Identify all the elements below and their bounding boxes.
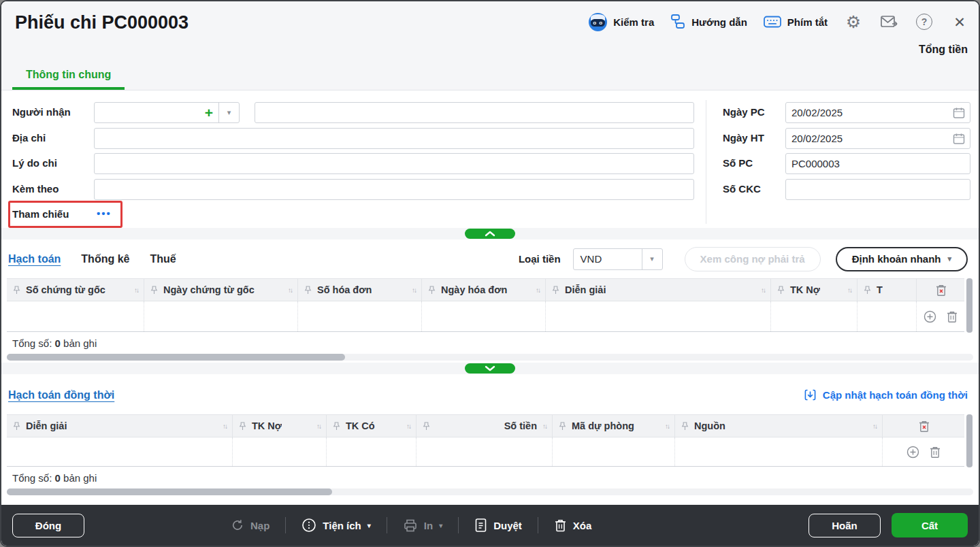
close-button[interactable]: Đóng: [12, 514, 84, 537]
date-pc-input[interactable]: [785, 102, 970, 123]
delete-row-icon[interactable]: [946, 310, 958, 323]
attachment-input[interactable]: [94, 179, 694, 200]
horizontal-scrollbar-track[interactable]: [7, 354, 973, 361]
add-row-icon[interactable]: [924, 310, 936, 323]
check-button[interactable]: Kiểm tra: [589, 13, 654, 31]
col-nguon[interactable]: Nguồn ↑↓: [675, 415, 883, 437]
check-label: Kiểm tra: [613, 16, 654, 28]
guide-button[interactable]: Hướng dẫn: [670, 14, 747, 30]
col-so-hoa-don[interactable]: Số hóa đơn ↑↓: [298, 279, 422, 301]
collapse-strip-bottom: [1, 363, 979, 374]
send-email-icon[interactable]: [879, 12, 898, 31]
col-ma-du-phong[interactable]: Mã dự phòng ↑↓: [553, 415, 675, 437]
col-clipped[interactable]: T: [858, 279, 917, 301]
no-ckc-label: Số CKC: [723, 183, 761, 195]
approve-button[interactable]: Duyệt: [474, 518, 522, 533]
col-dien-giai-2[interactable]: Diễn giải ↑↓: [7, 415, 233, 437]
main-tabbar: Thông tin chung: [1, 60, 125, 90]
sort-icon[interactable]: ↑↓: [288, 286, 292, 294]
reason-label: Lý do chi: [12, 157, 57, 169]
sort-icon[interactable]: ↑↓: [316, 422, 321, 430]
no-ckc-input[interactable]: [785, 179, 970, 200]
help-icon[interactable]: ?: [915, 12, 934, 31]
tab-general-info[interactable]: Thông tin chung: [12, 69, 125, 90]
close-icon[interactable]: ✕: [950, 12, 969, 31]
collapse-down-button[interactable]: [465, 363, 515, 374]
utilities-button[interactable]: Tiện ích ▾: [301, 518, 370, 533]
delete-row-icon[interactable]: [929, 446, 941, 459]
header-toolbar: Kiểm tra Hướng dẫn Phím tắt ⚙ ? ✕: [589, 12, 969, 31]
currency-caret-icon[interactable]: ▾: [642, 249, 662, 269]
add-row-icon[interactable]: [906, 446, 919, 459]
col-ngay-hoa-don[interactable]: Ngày hóa đơn ↑↓: [422, 279, 546, 301]
no-pc-input[interactable]: [785, 153, 970, 174]
view-debt-button[interactable]: Xem công nợ phải trả: [685, 247, 821, 271]
horizontal-scrollbar-thumb[interactable]: [7, 354, 345, 361]
keyboard-icon: [764, 16, 781, 28]
sort-icon[interactable]: ↑↓: [406, 422, 410, 430]
receiver-name-input[interactable]: [255, 102, 694, 123]
caret-down-icon: ▾: [439, 522, 442, 529]
table-row[interactable]: [7, 301, 964, 332]
horizontal-scrollbar-track[interactable]: [7, 488, 973, 495]
date-pc-calendar-icon[interactable]: [953, 107, 965, 122]
separator: [387, 517, 387, 533]
sort-icon[interactable]: ↑↓: [847, 286, 851, 294]
delete-button[interactable]: Xóa: [554, 518, 592, 533]
caret-down-icon: ▾: [368, 522, 371, 529]
sort-icon[interactable]: ↑↓: [761, 286, 765, 294]
receiver-combo[interactable]: + ▾: [94, 102, 240, 123]
collapse-up-button[interactable]: [465, 229, 515, 239]
tab-thong-ke[interactable]: Thống kê: [81, 253, 129, 265]
reload-button[interactable]: Nạp: [231, 518, 270, 532]
date-ht-calendar-icon[interactable]: [953, 133, 965, 148]
delete-all-rows-icon[interactable]: [917, 279, 964, 301]
col-tk-no-2[interactable]: TK Nợ ↑↓: [233, 415, 327, 437]
separator: [285, 517, 286, 533]
tab-thue[interactable]: Thuế: [150, 253, 176, 265]
simultaneous-table: Diễn giải ↑↓ TK Nợ ↑↓ TK Có ↑↓ Số tiền↑↓…: [7, 414, 964, 467]
vertical-scrollbar[interactable]: [966, 414, 973, 467]
col-tk-no[interactable]: TK Nợ ↑↓: [771, 279, 858, 301]
save-button[interactable]: Cất: [892, 513, 968, 537]
quick-entry-caret-icon: ▾: [947, 254, 951, 263]
col-ngay-chung-tu-goc[interactable]: Ngày chứng từ gốc ↑↓: [144, 279, 298, 301]
vertical-scrollbar[interactable]: [966, 278, 973, 333]
delete-all-rows-icon[interactable]: [883, 415, 964, 437]
sort-icon[interactable]: ↑↓: [134, 286, 138, 294]
sort-icon[interactable]: ↑↓: [665, 422, 669, 430]
horizontal-scrollbar-thumb[interactable]: [7, 488, 332, 495]
settings-icon[interactable]: ⚙: [844, 12, 863, 31]
sort-icon[interactable]: ↑↓: [542, 422, 546, 430]
col-so-tien[interactable]: Số tiền↑↓: [416, 415, 553, 437]
sort-icon[interactable]: ↑↓: [536, 286, 540, 294]
currency-select[interactable]: VND ▾: [573, 248, 663, 270]
tab-hach-toan[interactable]: Hạch toán: [8, 253, 61, 265]
receiver-dropdown-icon[interactable]: ▾: [218, 103, 239, 122]
reference-more-icon[interactable]: •••: [97, 208, 112, 219]
col-dien-giai[interactable]: Diễn giải ↑↓: [546, 279, 771, 301]
accounting-toolbar: Hạch toán Thống kê Thuế Loại tiền VND ▾ …: [1, 239, 979, 278]
col-so-chung-tu-goc[interactable]: Số chứng từ gốc ↑↓: [7, 279, 144, 301]
reason-input[interactable]: [94, 153, 694, 174]
table-row[interactable]: [7, 437, 964, 467]
address-input[interactable]: [94, 128, 694, 149]
postpone-button[interactable]: Hoãn: [808, 514, 881, 537]
payment-voucher-window: Phiếu chi PC000003 Kiểm tra Hướng dẫn Ph…: [0, 0, 980, 547]
sort-icon[interactable]: ↑↓: [223, 422, 227, 430]
shortcut-button[interactable]: Phím tắt: [764, 16, 828, 28]
col-tk-co[interactable]: TK Có ↑↓: [327, 415, 416, 437]
form-divider: [706, 100, 706, 224]
quick-entry-button[interactable]: Định khoản nhanh ▾: [836, 247, 968, 271]
accounting-total: Tổng số: 0 bản ghi: [1, 332, 979, 353]
simultaneous-title-link[interactable]: Hạch toán đồng thời: [8, 389, 114, 401]
date-ht-input[interactable]: [785, 128, 970, 149]
sort-icon[interactable]: ↑↓: [872, 422, 877, 430]
simultaneous-section: Hạch toán đồng thời Cập nhật hạch toán đ…: [1, 374, 979, 495]
currency-label: Loại tiền: [519, 253, 561, 265]
sort-icon[interactable]: ↑↓: [412, 286, 416, 294]
print-button[interactable]: In ▾: [403, 518, 442, 533]
add-receiver-icon[interactable]: +: [205, 105, 213, 120]
footer-actions: Nạp Tiện ích ▾ In ▾ Duyệt Xóa: [231, 517, 591, 533]
update-simultaneous-link[interactable]: Cập nhật hạch toán đồng thời: [804, 388, 968, 402]
